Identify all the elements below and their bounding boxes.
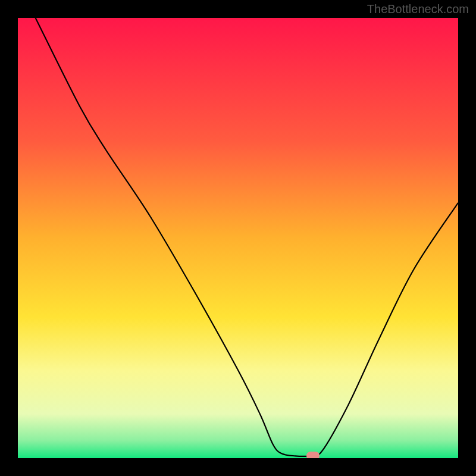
watermark-text: TheBottleneck.com <box>367 2 469 16</box>
bottleneck-curve <box>18 18 458 458</box>
optimal-marker <box>306 452 320 458</box>
plot-area <box>18 18 458 458</box>
